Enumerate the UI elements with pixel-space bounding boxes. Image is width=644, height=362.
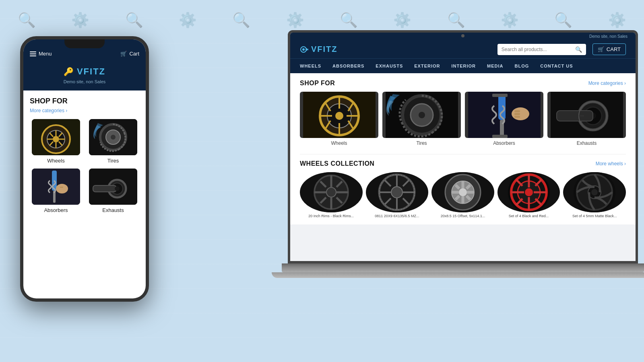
site-main: SHOP FOR More categories › [290, 73, 636, 224]
wheel-item-5[interactable]: Set of 4 5mm Matte Black... [563, 172, 626, 218]
nav-wheels[interactable]: WHEELS [300, 59, 321, 73]
phone-body: SHOP FOR More categories › [23, 90, 146, 220]
shop-categories-grid: Wheels [300, 92, 626, 146]
wheels-collection-grid: 20 Inch Rims - Black Rims... [300, 172, 626, 218]
phone-logo-area: 🔑 VFITZ Demo site, non Sales [23, 62, 146, 90]
svg-rect-50 [492, 94, 508, 97]
laptop-foot [272, 272, 644, 278]
svg-rect-54 [514, 113, 520, 115]
laptop-camera [461, 34, 464, 37]
svg-point-25 [115, 186, 120, 191]
svg-point-27 [302, 48, 305, 51]
logo-svg-icon [300, 45, 309, 54]
phone-mockup: Menu 🛒 Cart 🔑 VFITZ Demo site, non Sales… [20, 36, 149, 302]
wheel-label-1: 20 Inch Rims - Black Rims... [308, 214, 354, 218]
shop-cat-wheels-image [300, 92, 378, 138]
wheels-collection-header: WHEELS COLLECTION More wheels › [300, 160, 626, 167]
wheel-item-1[interactable]: 20 Inch Rims - Black Rims... [300, 172, 363, 218]
laptop-base [282, 263, 644, 272]
svg-point-65 [326, 187, 336, 197]
phone-category-exhausts[interactable]: Exhausts [87, 169, 139, 213]
more-wheels-link[interactable]: More wheels › [596, 161, 626, 167]
phone-menu-button[interactable]: Menu [30, 51, 52, 57]
nav-blog[interactable]: BLOG [515, 59, 529, 73]
svg-point-19 [56, 184, 68, 193]
wheel-item-3[interactable]: 20x8.5 15 Offset, 5x114.1... [431, 172, 494, 218]
demo-label: Demo site, non Sales [589, 34, 627, 39]
shop-category-wheels[interactable]: Wheels [300, 92, 378, 146]
svg-point-113 [591, 189, 598, 195]
site-nav: WHEELS ABSORBERS EXHAUSTS EXTERIOR INTER… [290, 58, 636, 73]
logo-name: VFITZ [311, 45, 338, 54]
phone-category-tires[interactable]: Tires [87, 119, 139, 164]
pattern-icon: 🔍 [0, 0, 54, 40]
more-categories-link[interactable]: More categories › [588, 80, 626, 86]
nav-exterior[interactable]: EXTERIOR [414, 59, 440, 73]
nav-exhausts[interactable]: EXHAUSTS [376, 59, 403, 73]
wheel-item-2[interactable]: 0811 20X9 6X135/6.5 MZ... [366, 172, 429, 218]
phone-screen: Menu 🛒 Cart 🔑 VFITZ Demo site, non Sales… [23, 39, 146, 298]
shop-for-title: SHOP FOR [300, 80, 335, 87]
cart-icon: 🛒 [120, 51, 127, 57]
phone-cat-tires-label: Tires [107, 158, 119, 164]
divider [300, 154, 626, 154]
wheel-label-3: 20x8.5 15 Offset, 5x114.1... [441, 214, 485, 218]
cart-label: CART [607, 46, 621, 52]
svg-rect-55 [514, 116, 520, 118]
nav-contact[interactable]: CONTACT US [540, 59, 573, 73]
phone-notch [64, 39, 105, 48]
shop-cat-tires-image [382, 92, 461, 138]
phone-logo[interactable]: 🔑 VFITZ [64, 66, 105, 77]
svg-rect-24 [93, 185, 116, 192]
cart-button[interactable]: 🛒 CART [592, 43, 626, 55]
phone-more-categories-link[interactable]: More categories › [30, 108, 139, 113]
pattern-icon: ⚙️ [161, 0, 215, 40]
pattern-icon: ⚙️ [54, 0, 107, 40]
search-icon-button[interactable]: 🔍 [575, 46, 582, 53]
nav-absorbers[interactable]: ABSORBERS [332, 59, 364, 73]
nav-media[interactable]: MEDIA [487, 59, 503, 73]
wheel-item-4[interactable]: Set of 4 Black and Red... [497, 172, 560, 218]
svg-point-89 [459, 188, 467, 196]
wheel-label-2: 0811 20X9 6X135/6.5 MZ... [375, 214, 419, 218]
svg-point-46 [419, 112, 425, 118]
laptop-screen-outer: Demo site, non Sales VFITZ [288, 30, 638, 263]
svg-rect-53 [514, 110, 520, 112]
logo-text: VFITZ [77, 66, 105, 77]
search-bar[interactable]: 🔍 [497, 44, 586, 55]
svg-point-52 [512, 107, 529, 120]
phone-category-absorbers[interactable]: Absorbers [30, 169, 82, 213]
shop-cat-wheels-label: Wheels [331, 140, 347, 146]
phone-cat-wheels-img [32, 119, 80, 155]
wheel-label-4: Set of 4 Black and Red... [509, 214, 549, 218]
shop-category-tires[interactable]: Tires [382, 92, 461, 146]
wheel-img-5 [563, 172, 626, 212]
svg-point-101 [525, 188, 533, 196]
laptop-mockup: Demo site, non Sales VFITZ [288, 30, 638, 312]
logo-icon: 🔑 [64, 67, 74, 76]
svg-point-76 [391, 187, 402, 198]
laptop-screen: Demo site, non Sales VFITZ [290, 33, 636, 261]
site-logo[interactable]: VFITZ [300, 45, 338, 54]
hamburger-icon [30, 51, 36, 56]
phone-categories-grid: Wheels [30, 119, 139, 213]
wheel-img-3 [431, 172, 494, 212]
phone-category-wheels[interactable]: Wheels [30, 119, 82, 164]
shop-category-absorbers[interactable]: Absorbers [465, 92, 543, 146]
wheel-img-1 [300, 172, 363, 212]
wheel-label-5: Set of 4 5mm Matte Black... [572, 214, 617, 218]
phone-cat-absorbers-img [32, 169, 80, 205]
phone-cat-absorbers-label: Absorbers [44, 207, 68, 213]
shop-cat-tires-label: Tires [416, 140, 427, 146]
shop-category-exhausts[interactable]: Exhausts [547, 92, 626, 146]
phone-shop-title: SHOP FOR [30, 97, 139, 105]
pattern-icon: 🔍 [107, 0, 161, 40]
phone-cat-exhausts-img [89, 169, 137, 205]
svg-point-34 [335, 112, 343, 120]
search-input[interactable] [502, 47, 572, 52]
shop-for-header: SHOP FOR More categories › [300, 80, 626, 87]
phone-subtitle: Demo site, non Sales [64, 79, 106, 84]
phone-cart-button[interactable]: 🛒 Cart [120, 51, 139, 57]
menu-label: Menu [39, 51, 52, 57]
nav-interior[interactable]: INTERIOR [452, 59, 476, 73]
